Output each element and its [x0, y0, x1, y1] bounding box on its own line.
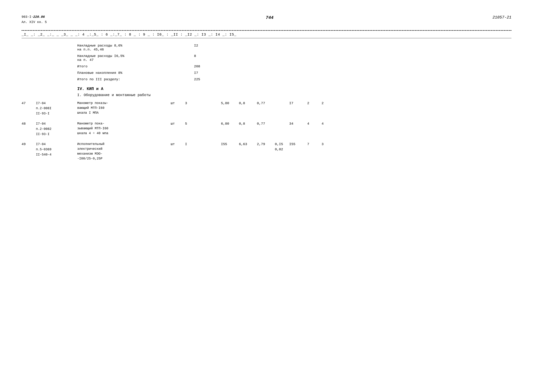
row-val10: I7 — [289, 101, 307, 106]
row-code: I7-04 п.2-008I II-93-I — [36, 101, 77, 116]
row-val6: I55 — [221, 142, 239, 147]
row-val11: 4 — [307, 121, 321, 126]
header-center: 744 — [266, 15, 274, 20]
header-ref-bold: 220.86 — [33, 15, 45, 19]
row-val7: 6,63 — [239, 142, 257, 147]
table-row: 48 I7-04 п.2-0082 II-93-I Манометр пока-… — [22, 121, 511, 137]
summary-row-4: Плановые накопления 8% I7 — [77, 71, 511, 75]
row-qty: 3 — [185, 101, 199, 106]
header-ref-line2: Ал. XIV кн. 5 — [22, 19, 47, 25]
row-val11: 2 — [307, 101, 321, 106]
summary-row-2: Накладные расходы I6,5% на п. 47 8 — [77, 54, 511, 62]
summary-label-2: Накладные расходы I6,5% на п. 47 — [77, 54, 194, 62]
header-right: 21057-21 — [492, 15, 511, 20]
row-val8: 0,77 — [257, 101, 275, 106]
summary-row-5: Итого по III разделу: 225 — [77, 77, 511, 81]
row-unit: шт — [171, 121, 185, 126]
row-code: I7-04 п.5-0369 II-540-4 — [36, 142, 77, 157]
summary-value-5: 225 — [194, 77, 200, 81]
row-qty: I — [185, 142, 199, 147]
summary-value-4: I7 — [194, 71, 198, 75]
data-table: 47 I7-04 п.2-008I II-93-I Манометр показ… — [22, 101, 511, 161]
row-num: 47 — [22, 101, 36, 106]
table-row: 47 I7-04 п.2-008I II-93-I Манометр показ… — [22, 101, 511, 116]
header-ref-prefix: 903-I- — [22, 15, 33, 19]
row-val11: 7 — [307, 142, 321, 147]
row-name: Манометр показы- вающий МТП-I60 шкала I … — [77, 101, 171, 115]
summary-row-3: Итого 208 — [77, 65, 511, 68]
summary-label-3: Итого — [77, 65, 194, 68]
row-val10: I55 — [289, 142, 307, 147]
row-val8: 2,79 — [257, 142, 275, 147]
column-headers: _I_ _: _2_ _:_ _ _3_ _ _: 4 _:_5_ : 6 _:… — [22, 33, 511, 38]
summary-value-3: 208 — [194, 65, 200, 68]
table-row: 49 I7-04 п.5-0369 II-540-4 Исполнительны… — [22, 142, 511, 161]
summary-row-1: Накладные расходы 8,6% на п.п. 45,46 I2 — [77, 44, 511, 51]
section4-heading: IV. КИП и А — [77, 87, 511, 91]
summary-section: Накладные расходы 8,6% на п.п. 45,46 I2 … — [77, 44, 511, 81]
row-name: Манометр пока- зывающий МТП-I60 шкала 4 … — [77, 121, 171, 136]
header-left: 903-I-220.86 Ал. XIV кн. 5 — [22, 14, 47, 25]
row-num: 48 — [22, 121, 36, 126]
row-val7: 0,8 — [239, 101, 257, 106]
row-val7: 0,8 — [239, 121, 257, 126]
row-num: 49 — [22, 142, 36, 147]
header: 903-I-220.86 Ал. XIV кн. 5 744 21057-21 — [22, 14, 511, 25]
summary-label-1: Накладные расходы 8,6% на п.п. 45,46 — [77, 44, 194, 51]
summary-label-4: Плановые накопления 8% — [77, 71, 194, 75]
row-val10: 34 — [289, 121, 307, 126]
section4-subheading: I. Оборудование и монтажные работы — [77, 93, 511, 97]
row-val8: 0,77 — [257, 121, 275, 126]
row-name: Исполнительный электрический механизм МЭ… — [77, 142, 171, 161]
summary-value-1: I2 — [194, 44, 198, 48]
divider-line — [22, 30, 511, 31]
summary-label-5: Итого по III разделу: — [77, 77, 194, 81]
row-unit: шт — [171, 142, 185, 147]
row-val6: 6,80 — [221, 121, 239, 126]
row-val6: 5,80 — [221, 101, 239, 106]
row-val9: 0,I5 0,02 — [275, 142, 289, 152]
header-ref-line1: 903-I-220.86 — [22, 14, 47, 19]
row-code: I7-04 п.2-0082 II-93-I — [36, 121, 77, 137]
row-val12: 4 — [321, 121, 340, 126]
row-qty: 5 — [185, 121, 199, 126]
row-val12: 3 — [321, 142, 340, 147]
row-val12: 2 — [321, 101, 340, 106]
summary-value-2: 8 — [194, 54, 196, 58]
row-unit: шт — [171, 101, 185, 106]
